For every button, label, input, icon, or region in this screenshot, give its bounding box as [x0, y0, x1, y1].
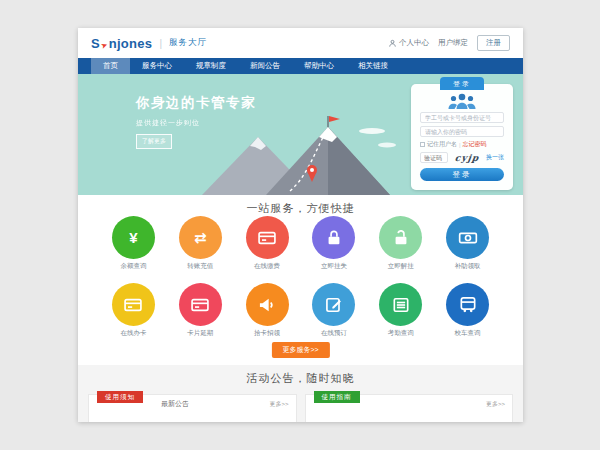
service-item-school-bus[interactable]: 校车查询 — [434, 283, 501, 338]
captcha-row: cyjp 换一张 — [420, 152, 504, 163]
megaphone-icon — [257, 295, 277, 315]
person-icon — [388, 39, 397, 48]
remember-label: 记住用户名 — [427, 140, 457, 149]
login-panel: 登录 记住用户名 | 忘记密码 cyjp 换一张 登 — [411, 84, 513, 190]
service-item-unfreeze[interactable]: 立即解挂 — [367, 216, 434, 271]
services-section: 一站服务，方便快捷 ¥ 余额查询 ⇄ 转账充值 — [78, 195, 523, 365]
notice-panel: 使用须知 最新公告 更多>> — [88, 394, 297, 422]
remember-row: 记住用户名 | 忘记密码 — [420, 140, 504, 149]
service-label: 余额查询 — [120, 262, 146, 271]
services-title: 一站服务，方便快捷 — [78, 195, 523, 216]
users-group-icon — [445, 93, 479, 109]
captcha-input[interactable] — [420, 152, 448, 163]
nav-item-help[interactable]: 帮助中心 — [292, 58, 346, 74]
service-circle: ⇄ — [179, 216, 222, 259]
service-label: 校车查询 — [455, 329, 481, 338]
portal-page: S ➤ njones | 服务大厅 个人中心 用户绑定 注册 首页 服务中心 规… — [78, 28, 523, 422]
service-item-online-booking[interactable]: 在线预订 — [300, 283, 367, 338]
notice-more-link[interactable]: 更多>> — [269, 400, 288, 409]
service-circle — [446, 216, 489, 259]
logo-arrow-icon: ➤ — [100, 40, 109, 51]
synjones-logo[interactable]: S ➤ njones — [91, 36, 152, 51]
banknote-icon — [458, 228, 478, 248]
service-item-card-extension[interactable]: 卡片延期 — [167, 283, 234, 338]
lock-icon — [324, 228, 344, 248]
service-circle — [312, 283, 355, 326]
nav-item-rules[interactable]: 规章制度 — [184, 58, 238, 74]
remember-checkbox[interactable] — [420, 142, 425, 147]
forgot-password-link[interactable]: 忘记密码 — [463, 140, 487, 149]
hero-banner: 你身边的卡管专家 提供捷径一步到位 了解更多 登录 — [78, 74, 523, 195]
service-label: 在线缴费 — [254, 262, 280, 271]
nav-item-links[interactable]: 相关链接 — [346, 58, 400, 74]
service-item-attendance[interactable]: 考勤查询 — [367, 283, 434, 338]
personal-center-link[interactable]: 个人中心 — [388, 38, 429, 48]
service-item-report-loss[interactable]: 立即挂失 — [300, 216, 367, 271]
hero-cta-button[interactable]: 了解更多 — [136, 134, 172, 149]
captcha-refresh-link[interactable]: 换一张 — [486, 153, 504, 162]
logo-text: njones — [109, 36, 153, 51]
service-circle — [179, 283, 222, 326]
more-services-button[interactable]: 更多服务>> — [271, 342, 329, 358]
login-tab[interactable]: 登录 — [440, 77, 484, 90]
site-header: S ➤ njones | 服务大厅 个人中心 用户绑定 注册 — [78, 28, 523, 58]
service-label: 立即挂失 — [321, 262, 347, 271]
header-user-area: 个人中心 用户绑定 注册 — [388, 35, 510, 51]
password-input[interactable] — [420, 126, 504, 137]
hero-title: 你身边的卡管专家 — [136, 94, 256, 112]
service-label: 补助领取 — [455, 262, 481, 271]
hero-text: 你身边的卡管专家 提供捷径一步到位 了解更多 — [136, 94, 256, 149]
bus-icon — [458, 295, 478, 315]
user-binding-link[interactable]: 用户绑定 — [438, 38, 468, 48]
services-grid: ¥ 余额查询 ⇄ 转账充值 在线缴费 — [100, 216, 501, 350]
yen-icon: ¥ — [129, 230, 137, 245]
edit-icon — [324, 295, 344, 315]
service-circle — [312, 216, 355, 259]
service-label: 拾卡招领 — [254, 329, 280, 338]
register-button[interactable]: 注册 — [477, 35, 510, 51]
main-nav: 首页 服务中心 规章制度 新闻公告 帮助中心 相关链接 — [78, 58, 523, 74]
service-item-transfer[interactable]: ⇄ 转账充值 — [167, 216, 234, 271]
bank-card-icon — [257, 228, 277, 248]
bank-card-icon — [123, 295, 143, 315]
service-circle — [246, 283, 289, 326]
user-binding-label: 用户绑定 — [438, 38, 468, 48]
nav-item-service-center[interactable]: 服务中心 — [130, 58, 184, 74]
nav-item-home[interactable]: 首页 — [91, 58, 130, 74]
service-label: 转账充值 — [187, 262, 213, 271]
guide-more-link[interactable]: 更多>> — [486, 400, 505, 409]
guide-panel: 使用指南 更多>> — [305, 394, 514, 422]
attendance-list-icon — [391, 295, 411, 315]
service-item-apply-card[interactable]: 在线办卡 — [100, 283, 167, 338]
site-name: 服务大厅 — [169, 37, 207, 49]
service-circle — [379, 216, 422, 259]
service-item-lost-found[interactable]: 拾卡招领 — [234, 283, 301, 338]
service-label: 立即解挂 — [388, 262, 414, 271]
remember-divider: | — [459, 142, 461, 148]
service-circle: ¥ — [112, 216, 155, 259]
captcha-image: cyjp — [450, 153, 483, 163]
service-circle — [112, 283, 155, 326]
login-submit-button[interactable]: 登录 — [420, 168, 504, 181]
service-circle — [446, 283, 489, 326]
service-circle — [246, 216, 289, 259]
bank-card-icon — [190, 295, 210, 315]
logo-text: S — [91, 36, 100, 51]
service-label: 卡片延期 — [187, 329, 213, 338]
usage-notice-ribbon[interactable]: 使用须知 — [97, 391, 143, 403]
nav-item-news[interactable]: 新闻公告 — [238, 58, 292, 74]
header-divider: | — [159, 38, 162, 49]
hero-subtitle: 提供捷径一步到位 — [136, 118, 256, 128]
usage-guide-ribbon[interactable]: 使用指南 — [314, 391, 360, 403]
transfer-arrows-icon: ⇄ — [194, 230, 207, 245]
service-item-subsidy[interactable]: 补助领取 — [434, 216, 501, 271]
service-label: 在线预订 — [321, 329, 347, 338]
service-item-online-payment[interactable]: 在线缴费 — [234, 216, 301, 271]
username-input[interactable] — [420, 112, 504, 123]
announcements-title: 活动公告，随时知晓 — [78, 365, 523, 386]
announcements-section: 活动公告，随时知晓 使用须知 最新公告 更多>> 使用指南 更多>> — [78, 365, 523, 422]
service-item-balance[interactable]: ¥ 余额查询 — [100, 216, 167, 271]
latest-announcements-tab[interactable]: 最新公告 — [161, 399, 189, 409]
service-label: 在线办卡 — [120, 329, 146, 338]
personal-center-label: 个人中心 — [399, 38, 429, 48]
